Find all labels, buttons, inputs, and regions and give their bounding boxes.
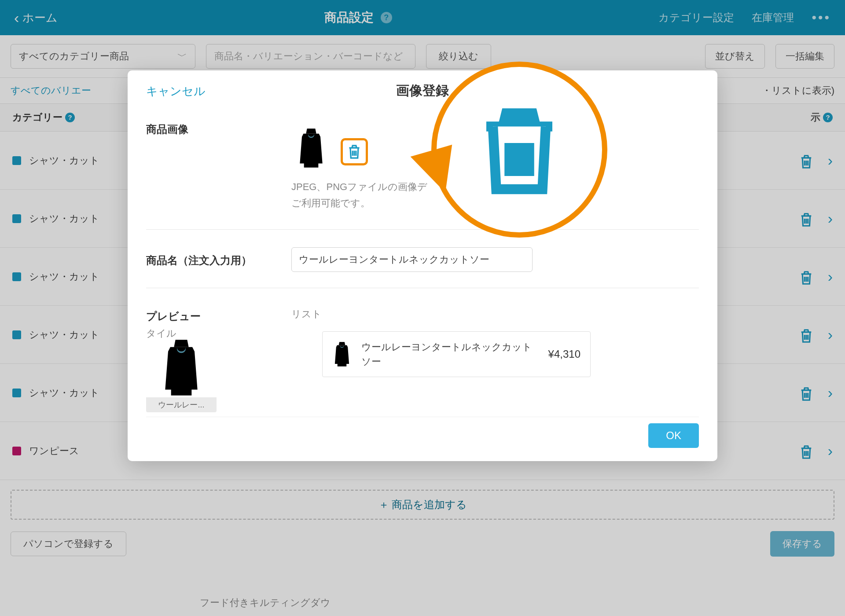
section-preview-label: プレビュー xyxy=(146,309,291,323)
delete-image-button[interactable] xyxy=(341,138,368,165)
product-image-thumb[interactable] xyxy=(291,121,331,169)
cancel-button[interactable]: キャンセル xyxy=(146,84,206,99)
tile-caption: ウールレー... xyxy=(146,397,217,412)
product-name-input[interactable] xyxy=(291,247,533,272)
trash-icon xyxy=(478,103,561,196)
modal-title: 画像登録 xyxy=(146,82,699,100)
modal-overlay: キャンセル 画像登録 商品画像 JPEG、PNGファイルの画像デ ご利用可能です… xyxy=(0,0,845,616)
list-thumb xyxy=(332,341,352,367)
preview-list: ウールレーヨンタートルネックカットソー ¥4,310 xyxy=(322,331,591,412)
list-item-price: ¥4,310 xyxy=(548,348,580,360)
callout-trash-zoom xyxy=(431,62,607,238)
list-item-name: ウールレーヨンタートルネックカットソー xyxy=(361,340,539,369)
preview-list-label: リスト xyxy=(291,308,699,321)
section-product-image-label: 商品画像 xyxy=(146,121,291,212)
trash-icon xyxy=(346,144,362,160)
preview-tile: ウールレー... xyxy=(146,331,217,412)
section-product-name-label: 商品名（注文入力用） xyxy=(146,252,291,268)
image-register-modal: キャンセル 画像登録 商品画像 JPEG、PNGファイルの画像デ ご利用可能です… xyxy=(128,70,717,461)
ok-button[interactable]: OK xyxy=(648,423,699,448)
